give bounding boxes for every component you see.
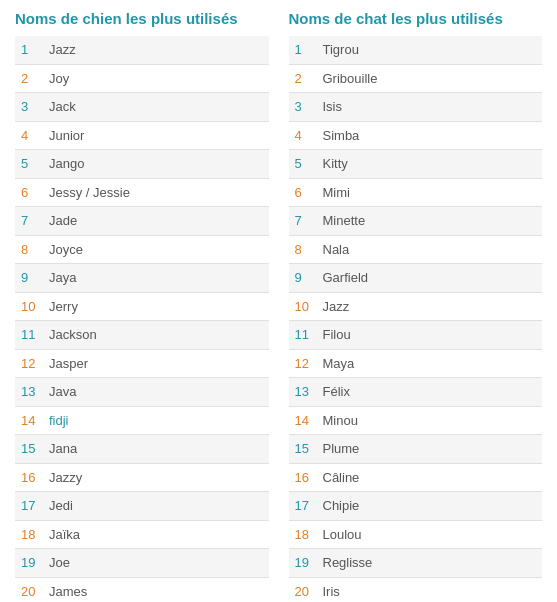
name-cell: Chipie bbox=[317, 492, 543, 521]
list-item: 10Jerry bbox=[15, 292, 269, 321]
list-item: 12Jasper bbox=[15, 349, 269, 378]
list-item: 7Minette bbox=[289, 207, 543, 236]
name-cell: Jerry bbox=[43, 292, 269, 321]
list-item: 11Jackson bbox=[15, 321, 269, 350]
list-item: 9Garfield bbox=[289, 264, 543, 293]
list-item: 17Chipie bbox=[289, 492, 543, 521]
name-cell: Jaïka bbox=[43, 520, 269, 549]
list-item: 13Java bbox=[15, 378, 269, 407]
rank-cell: 7 bbox=[15, 207, 43, 236]
list-item: 4Junior bbox=[15, 121, 269, 150]
rank-cell: 10 bbox=[15, 292, 43, 321]
rank-cell: 15 bbox=[289, 435, 317, 464]
name-cell: Jazz bbox=[317, 292, 543, 321]
name-cell: Jessy / Jessie bbox=[43, 178, 269, 207]
rank-cell: 18 bbox=[289, 520, 317, 549]
cats-section: Noms de chat les plus utilisés 1Tigrou2G… bbox=[289, 10, 543, 602]
name-cell: Garfield bbox=[317, 264, 543, 293]
rank-cell: 16 bbox=[15, 463, 43, 492]
name-cell: Filou bbox=[317, 321, 543, 350]
name-cell: Jango bbox=[43, 150, 269, 179]
name-cell: Gribouille bbox=[317, 64, 543, 93]
list-item: 19Joe bbox=[15, 549, 269, 578]
rank-cell: 14 bbox=[289, 406, 317, 435]
rank-cell: 9 bbox=[15, 264, 43, 293]
rank-cell: 4 bbox=[289, 121, 317, 150]
list-item: 19Reglisse bbox=[289, 549, 543, 578]
rank-cell: 20 bbox=[289, 577, 317, 602]
rank-cell: 2 bbox=[15, 64, 43, 93]
list-item: 5Jango bbox=[15, 150, 269, 179]
list-item: 2Joy bbox=[15, 64, 269, 93]
list-item: 6Mimi bbox=[289, 178, 543, 207]
list-item: 4Simba bbox=[289, 121, 543, 150]
list-item: 11Filou bbox=[289, 321, 543, 350]
name-cell: Isis bbox=[317, 93, 543, 122]
rank-cell: 5 bbox=[289, 150, 317, 179]
list-item: 8Joyce bbox=[15, 235, 269, 264]
list-item: 15Jana bbox=[15, 435, 269, 464]
rank-cell: 19 bbox=[289, 549, 317, 578]
name-cell: Reglisse bbox=[317, 549, 543, 578]
name-cell: Nala bbox=[317, 235, 543, 264]
name-cell: Simba bbox=[317, 121, 543, 150]
list-item: 2Gribouille bbox=[289, 64, 543, 93]
rank-cell: 12 bbox=[289, 349, 317, 378]
list-item: 9Jaya bbox=[15, 264, 269, 293]
list-item: 10Jazz bbox=[289, 292, 543, 321]
rank-cell: 16 bbox=[289, 463, 317, 492]
rank-cell: 6 bbox=[15, 178, 43, 207]
list-item: 17Jedi bbox=[15, 492, 269, 521]
rank-cell: 2 bbox=[289, 64, 317, 93]
name-cell: Jana bbox=[43, 435, 269, 464]
rank-cell: 1 bbox=[15, 36, 43, 64]
rank-cell: 11 bbox=[289, 321, 317, 350]
rank-cell: 10 bbox=[289, 292, 317, 321]
list-item: 3Isis bbox=[289, 93, 543, 122]
rank-cell: 3 bbox=[289, 93, 317, 122]
cats-table: 1Tigrou2Gribouille3Isis4Simba5Kitty6Mimi… bbox=[289, 36, 543, 602]
rank-cell: 4 bbox=[15, 121, 43, 150]
list-item: 12Maya bbox=[289, 349, 543, 378]
name-cell: Mimi bbox=[317, 178, 543, 207]
rank-cell: 8 bbox=[289, 235, 317, 264]
cats-title: Noms de chat les plus utilisés bbox=[289, 10, 543, 28]
name-cell: Jackson bbox=[43, 321, 269, 350]
name-cell: Jazz bbox=[43, 36, 269, 64]
rank-cell: 5 bbox=[15, 150, 43, 179]
name-cell: Junior bbox=[43, 121, 269, 150]
name-cell: Jazzy bbox=[43, 463, 269, 492]
list-item: 6Jessy / Jessie bbox=[15, 178, 269, 207]
name-cell: Câline bbox=[317, 463, 543, 492]
dogs-title: Noms de chien les plus utilisés bbox=[15, 10, 269, 28]
list-item: 16Câline bbox=[289, 463, 543, 492]
list-item: 7Jade bbox=[15, 207, 269, 236]
list-item: 20James bbox=[15, 577, 269, 602]
name-cell: Jasper bbox=[43, 349, 269, 378]
rank-cell: 8 bbox=[15, 235, 43, 264]
rank-cell: 13 bbox=[289, 378, 317, 407]
name-cell: James bbox=[43, 577, 269, 602]
list-item: 1Jazz bbox=[15, 36, 269, 64]
rank-cell: 7 bbox=[289, 207, 317, 236]
rank-cell: 19 bbox=[15, 549, 43, 578]
list-item: 8Nala bbox=[289, 235, 543, 264]
name-cell: Jedi bbox=[43, 492, 269, 521]
rank-cell: 20 bbox=[15, 577, 43, 602]
rank-cell: 1 bbox=[289, 36, 317, 64]
list-item: 5Kitty bbox=[289, 150, 543, 179]
list-item: 15Plume bbox=[289, 435, 543, 464]
rank-cell: 3 bbox=[15, 93, 43, 122]
rank-cell: 11 bbox=[15, 321, 43, 350]
list-item: 14fidji bbox=[15, 406, 269, 435]
name-cell: Joe bbox=[43, 549, 269, 578]
list-item: 20Iris bbox=[289, 577, 543, 602]
rank-cell: 17 bbox=[15, 492, 43, 521]
list-item: 3Jack bbox=[15, 93, 269, 122]
rank-cell: 14 bbox=[15, 406, 43, 435]
list-item: 16Jazzy bbox=[15, 463, 269, 492]
rank-cell: 12 bbox=[15, 349, 43, 378]
name-cell: Joy bbox=[43, 64, 269, 93]
rank-cell: 17 bbox=[289, 492, 317, 521]
list-item: 1Tigrou bbox=[289, 36, 543, 64]
